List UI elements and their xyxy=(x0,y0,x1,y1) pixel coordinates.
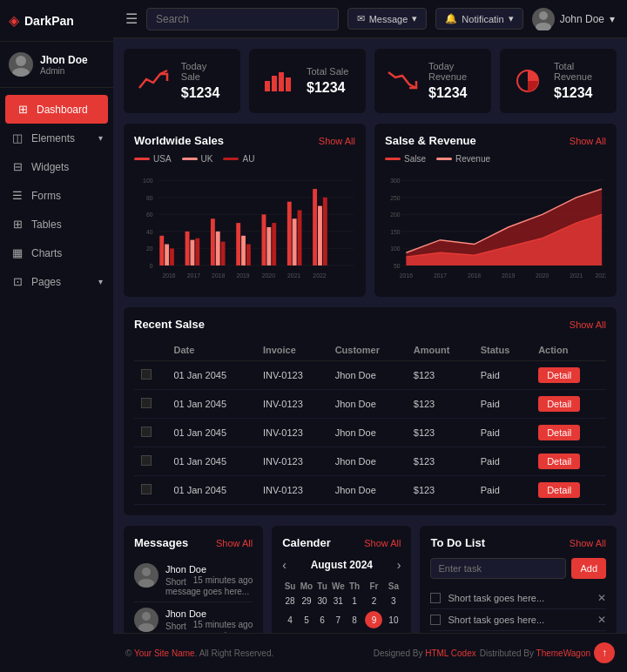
todo-delete-button[interactable]: ✕ xyxy=(597,614,606,626)
calendar-day[interactable]: 6 xyxy=(315,608,329,631)
svg-rect-41 xyxy=(287,202,292,265)
todo-text: Short task goes here... xyxy=(448,615,590,625)
detail-button[interactable]: Detail xyxy=(538,425,580,440)
row-checkbox[interactable] xyxy=(134,447,166,476)
chevron-down-icon: ▾ xyxy=(98,277,103,286)
legend-au: AU xyxy=(223,154,254,164)
todo-header: To Do List Show All xyxy=(430,536,606,549)
calendar-day[interactable]: 10 xyxy=(386,608,401,631)
svg-rect-27 xyxy=(195,239,199,265)
row-customer: Jhon Doe xyxy=(328,447,407,476)
calendar-day[interactable]: 3 xyxy=(386,594,401,608)
today-revenue-info: Today Revenue $1234 xyxy=(428,61,479,101)
calendar-day[interactable]: 5 xyxy=(298,608,315,631)
calendar-day[interactable]: 9 xyxy=(362,608,387,631)
calendar-day[interactable]: 31 xyxy=(329,594,347,608)
calendar-day[interactable]: 28 xyxy=(282,594,298,608)
sidebar-item-dashboard[interactable]: ⊞ Dashboard xyxy=(5,95,108,124)
row-checkbox[interactable] xyxy=(134,390,166,419)
row-invoice: INV-0123 xyxy=(256,419,328,447)
todo-add-button[interactable]: Add xyxy=(571,558,606,579)
calendar-next[interactable]: › xyxy=(397,558,401,572)
message-icon: ✉ xyxy=(357,13,365,24)
worldwide-sales-chart: Worldwide Sales Show All USA UK AU xyxy=(124,124,366,297)
svg-text:100: 100 xyxy=(390,245,401,252)
todo-show-all[interactable]: Show All xyxy=(570,538,606,548)
notification-button[interactable]: 🔔 Notificatin ▾ xyxy=(435,8,522,30)
svg-text:2022: 2022 xyxy=(313,272,326,279)
row-action: Detail xyxy=(531,390,606,419)
sidebar-username: Jhon Doe xyxy=(40,54,88,66)
detail-button[interactable]: Detail xyxy=(538,482,580,498)
detail-button[interactable]: Detail xyxy=(538,454,580,469)
calendar-day[interactable]: 1 xyxy=(347,594,362,608)
legend-dot-usa xyxy=(134,158,150,160)
calendar-day[interactable]: 30 xyxy=(315,594,329,608)
sidebar-item-label: Pages xyxy=(31,276,61,288)
row-action: Detail xyxy=(531,476,606,505)
sidebar-item-tables[interactable]: ⊞ Tables xyxy=(0,210,113,239)
svg-rect-21 xyxy=(159,236,164,265)
sidebar-item-elements[interactable]: ◫ Elements ▾ xyxy=(0,124,113,152)
bar-chart-svg: 100 80 60 40 20 0 2016 2017 xyxy=(134,171,355,284)
calendar-day[interactable]: 29 xyxy=(298,594,315,608)
list-item: Jhon Doe 15 minutes ago Short message go… xyxy=(134,558,253,602)
footer-right: Designed By HTML Codex Distributed By Th… xyxy=(374,642,615,663)
row-checkbox[interactable] xyxy=(134,419,166,447)
todo-delete-button[interactable]: ✕ xyxy=(597,592,606,604)
calendar-day[interactable]: 2 xyxy=(362,594,387,608)
detail-button[interactable]: Detail xyxy=(538,367,580,383)
row-amount: $123 xyxy=(407,390,474,419)
list-item: Short task goes here... ✕ xyxy=(430,588,606,609)
row-date: 01 Jan 2045 xyxy=(166,476,255,505)
sidebar-item-widgets[interactable]: ⊟ Widgets xyxy=(0,152,113,181)
sales-revenue-show-all[interactable]: Show All xyxy=(570,136,606,146)
calendar-day[interactable]: 7 xyxy=(329,608,347,631)
table-row: 01 Jan 2045 INV-0123 Jhon Doe $123 Paid … xyxy=(134,476,606,505)
row-checkbox[interactable] xyxy=(134,361,166,390)
msg-avatar xyxy=(134,563,158,588)
todo-checkbox[interactable] xyxy=(430,593,441,603)
calendar-prev[interactable]: ‹ xyxy=(282,558,287,572)
profile-button[interactable]: John Doe ▾ xyxy=(532,8,615,30)
total-revenue-info: Total Revenue $1234 xyxy=(554,61,604,101)
calendar-day-header: Th xyxy=(347,579,362,594)
topbar: ☰ ✉ Message ▾ 🔔 Notificatin ▾ John Doe ▾ xyxy=(113,0,627,38)
svg-text:2018: 2018 xyxy=(468,272,481,279)
sidebar-item-forms[interactable]: ☰ Forms xyxy=(0,181,113,210)
themewagon-link[interactable]: ThemeWagon xyxy=(536,648,590,658)
today-revenue-icon xyxy=(387,64,418,98)
scroll-top-button[interactable]: ↑ xyxy=(594,642,615,663)
menu-icon[interactable]: ☰ xyxy=(125,10,138,27)
worldwide-sales-show-all[interactable]: Show All xyxy=(319,136,355,146)
svg-rect-33 xyxy=(236,223,240,265)
calendar-today[interactable]: 9 xyxy=(365,611,382,628)
calendar-title: Calender xyxy=(282,536,331,549)
recent-sales-table: Date Invoice Customer Amount Status Acti… xyxy=(134,339,606,505)
calendar-show-all[interactable]: Show All xyxy=(364,538,401,548)
profile-avatar xyxy=(532,8,555,30)
todo-input-row: Add xyxy=(430,558,606,579)
sidebar-item-pages[interactable]: ⊡ Pages ▾ xyxy=(0,267,113,296)
detail-button[interactable]: Detail xyxy=(538,396,580,412)
chevron-down-icon: ▾ xyxy=(610,13,615,25)
htmlcodex-link[interactable]: HTML Codex xyxy=(425,648,476,658)
recent-sales-show-all[interactable]: Show All xyxy=(570,319,606,330)
sidebar-item-charts[interactable]: ▦ Charts xyxy=(0,239,113,267)
row-status: Paid xyxy=(474,447,531,476)
row-customer: Jhon Doe xyxy=(328,361,407,390)
legend-uk: UK xyxy=(182,154,213,164)
messages-show-all[interactable]: Show All xyxy=(216,538,253,548)
calendar-day[interactable]: 4 xyxy=(282,608,298,631)
search-input[interactable] xyxy=(146,8,339,30)
todo-input[interactable] xyxy=(430,558,566,579)
calendar-day[interactable]: 8 xyxy=(347,608,362,631)
todo-checkbox[interactable] xyxy=(430,615,441,625)
row-checkbox[interactable] xyxy=(134,476,166,505)
chevron-down-icon: ▾ xyxy=(412,13,417,24)
row-invoice: INV-0123 xyxy=(256,476,328,505)
list-item: Short task goes here... ✕ xyxy=(430,609,606,631)
sidebar-item-label: Charts xyxy=(31,247,62,259)
message-button[interactable]: ✉ Message ▾ xyxy=(347,8,428,30)
footer-site-link[interactable]: Your Site Name xyxy=(134,648,195,658)
